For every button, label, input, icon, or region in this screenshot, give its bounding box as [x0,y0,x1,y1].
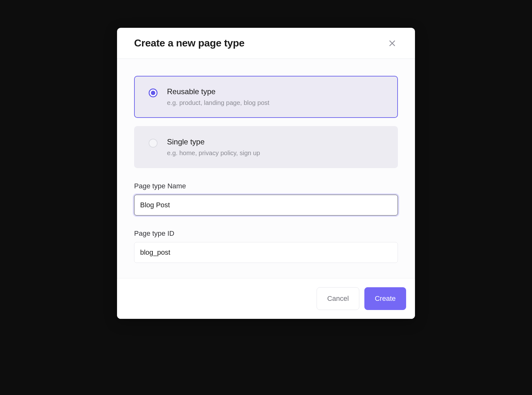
option-reusable-type[interactable]: Reusable type e.g. product, landing page… [134,76,398,118]
cancel-button[interactable]: Cancel [317,287,359,310]
modal-footer: Cancel Create [117,278,415,319]
modal-body: Reusable type e.g. product, landing page… [117,59,415,278]
page-type-id-input[interactable] [134,242,398,263]
page-type-id-label: Page type ID [134,229,398,238]
radio-unselected-icon [149,139,158,148]
option-description: e.g. home, privacy policy, sign up [167,149,383,157]
page-type-name-input[interactable] [134,195,398,216]
radio-selected-icon [149,88,158,97]
page-type-name-field-group: Page type Name [134,182,398,216]
close-button[interactable] [387,38,398,49]
page-type-name-label: Page type Name [134,182,398,190]
option-content: Single type e.g. home, privacy policy, s… [167,137,383,157]
option-title: Reusable type [167,87,383,96]
page-type-id-field-group: Page type ID [134,229,398,263]
option-content: Reusable type e.g. product, landing page… [167,87,383,106]
option-title: Single type [167,137,383,146]
create-button[interactable]: Create [364,287,406,310]
option-single-type[interactable]: Single type e.g. home, privacy policy, s… [134,126,398,168]
option-description: e.g. product, landing page, blog post [167,99,383,106]
modal-title: Create a new page type [134,37,244,49]
modal-header: Create a new page type [117,28,415,59]
close-icon [388,39,396,47]
create-page-type-modal: Create a new page type Reusable type e.g… [117,28,415,319]
